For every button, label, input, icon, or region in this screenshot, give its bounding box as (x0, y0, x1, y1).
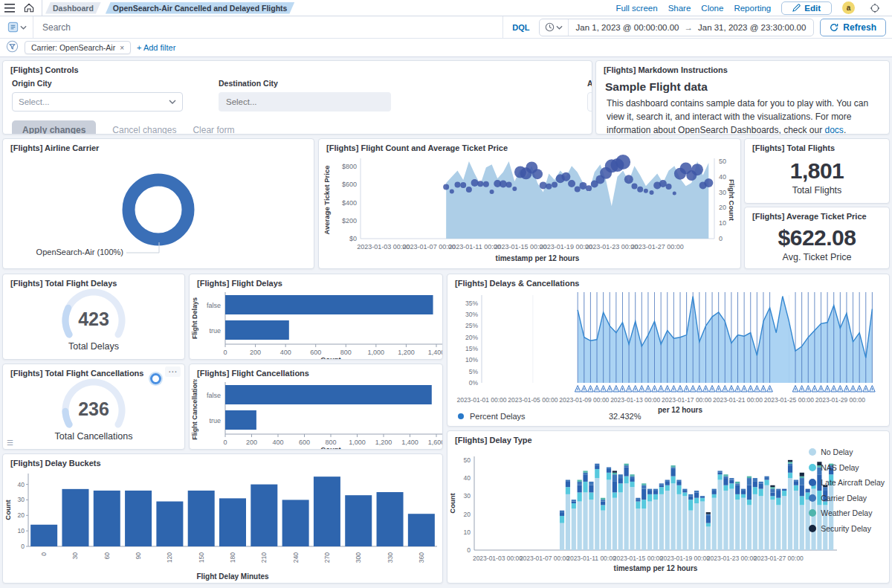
full-screen-link[interactable]: Full screen (615, 4, 657, 13)
legend-item[interactable]: Late Aircraft Delay (809, 478, 885, 487)
legend-label: Security Delay (821, 524, 871, 533)
panel-title: [Flights] Airline Carrier (3, 139, 314, 154)
panel-title: [Flights] Total Flights (745, 139, 889, 154)
clone-link[interactable]: Clone (701, 4, 723, 13)
svg-text:2023-01-03 00:00: 2023-01-03 00:00 (357, 243, 410, 251)
docs-link[interactable]: docs (825, 125, 844, 135)
delays-cancellations-chart[interactable]: 0%5%10%15%20%25%30%35%2023-01-01 00:0020… (447, 289, 889, 414)
svg-text:2023-01-11 00:00: 2023-01-11 00:00 (448, 243, 500, 251)
percent-delays-legend[interactable]: Percent Delays 32.432% (458, 412, 526, 421)
svg-text:40: 40 (18, 481, 25, 488)
filter-icon[interactable] (6, 40, 19, 56)
chevron-down-icon (556, 25, 563, 30)
delay-buckets-bar-chart[interactable]: 0102030400306090120150180210240270300330… (3, 469, 442, 584)
flight-delays-bar-chart[interactable]: falsetrue02004006008001,0001,2001,400Cou… (190, 289, 442, 360)
flight-cancellations-bar-chart[interactable]: falsetrue02004006008001,0001,2001,4001,6… (190, 379, 442, 450)
destination-city-select[interactable] (219, 92, 391, 112)
airline-carrier-donut-chart[interactable]: OpenSearch-Air (100%) (3, 154, 314, 267)
svg-text:2023-01-17 00:00: 2023-01-17 00:00 (662, 396, 711, 404)
destination-city-label: Destination City (219, 79, 391, 88)
reporting-link[interactable]: Reporting (734, 4, 771, 13)
price-min-input[interactable] (587, 92, 592, 112)
panel-title: [Flights] Flight Cancellations (190, 364, 442, 379)
filter-chip-carrier[interactable]: Carrier: OpenSearch-Air × (25, 41, 131, 54)
svg-text:2023-01-09 00:00: 2023-01-09 00:00 (559, 396, 609, 404)
legend-toggle-icon[interactable]: ☰ (7, 439, 13, 447)
apply-changes-button[interactable]: Apply changes (12, 120, 96, 135)
svg-text:0%: 0% (469, 379, 479, 387)
svg-text:210: 210 (260, 552, 268, 563)
legend-item[interactable]: Carrier Delay (809, 494, 885, 503)
svg-text:0: 0 (223, 439, 227, 446)
panel-title: [Flights] Average Ticket Price (745, 207, 889, 222)
avatar[interactable]: a (842, 1, 855, 14)
total-cancellations-label: Total Cancellations (3, 431, 184, 442)
legend-dot (809, 525, 816, 532)
controls-target-icon[interactable] (865, 0, 885, 16)
panel-total-flight-delays: [Flights] Total Flight Delays 423 Total … (2, 274, 185, 360)
svg-text:$600: $600 (342, 181, 357, 188)
date-from[interactable]: Jan 1, 2023 @ 00:00:00.00 (576, 23, 679, 32)
panel-delays-cancellations: [Flights] Delays & Cancellations 0%5%10%… (447, 274, 890, 427)
home-icon[interactable] (19, 0, 39, 16)
svg-text:2023-01-15 00:00: 2023-01-15 00:00 (613, 555, 663, 562)
add-filter-link[interactable]: + Add filter (137, 43, 175, 52)
total-flights-label: Total Flights (745, 185, 889, 196)
refresh-button[interactable]: Refresh (820, 19, 886, 36)
dql-toggle[interactable]: DQL (502, 16, 538, 38)
svg-text:5%: 5% (469, 368, 479, 375)
svg-text:30: 30 (71, 552, 79, 560)
markdown-body: This dashboard contains sample data for … (596, 97, 889, 135)
markdown-heading: Sample Flight data (596, 76, 889, 97)
legend-item[interactable]: Weather Delay (809, 508, 885, 517)
date-to[interactable]: Jan 31, 2023 @ 23:30:00.00 (698, 23, 806, 32)
svg-text:150: 150 (198, 552, 205, 563)
svg-text:2023-01-01 00:00: 2023-01-01 00:00 (456, 396, 506, 404)
svg-text:2023-01-05 00:00: 2023-01-05 00:00 (508, 396, 558, 404)
panel-title: [Flights] Delay Type (447, 431, 889, 446)
flight-count-price-chart[interactable]: $0$200$400$600$800010203040502023-01-03 … (319, 154, 740, 267)
search-input[interactable] (33, 22, 502, 33)
breadcrumb-dashboard[interactable]: Dashboard (45, 2, 101, 14)
svg-text:2023-01-19 00:00: 2023-01-19 00:00 (540, 243, 592, 251)
legend-label: Late Aircraft Delay (821, 478, 885, 487)
avg-ticket-price-label: Avg. Ticket Price (745, 252, 889, 262)
destination-city-control: Destination City (219, 79, 391, 112)
svg-text:30: 30 (464, 492, 471, 500)
legend-label: Carrier Delay (821, 494, 867, 503)
share-link[interactable]: Share (668, 4, 691, 13)
filter-chip-label: Carrier: OpenSearch-Air (31, 43, 115, 52)
svg-text:40: 40 (719, 173, 726, 181)
edit-button[interactable]: Edit (781, 1, 832, 15)
svg-text:200: 200 (246, 439, 257, 446)
svg-text:Flight Count: Flight Count (728, 179, 736, 222)
svg-text:90: 90 (135, 552, 142, 560)
menu-icon[interactable] (0, 0, 19, 16)
clear-form-button[interactable]: Clear form (193, 125, 234, 135)
svg-text:240: 240 (292, 552, 300, 563)
svg-text:20: 20 (719, 204, 726, 211)
panel-title: [Flights] Controls (3, 61, 592, 76)
svg-text:2023-01-27 00:00: 2023-01-27 00:00 (754, 555, 804, 562)
close-icon[interactable]: × (120, 44, 124, 52)
svg-text:330: 330 (387, 552, 394, 563)
legend-label: No Delay (821, 448, 853, 456)
refresh-icon (830, 23, 838, 32)
svg-text:Flight Delay Minutes: Flight Delay Minutes (196, 572, 269, 581)
legend-item[interactable]: Security Delay (809, 524, 885, 533)
legend-item[interactable]: No Delay (809, 448, 885, 456)
svg-text:OpenSearch-Air (100%): OpenSearch-Air (100%) (36, 248, 123, 256)
svg-text:2023-01-23 00:00: 2023-01-23 00:00 (707, 555, 757, 562)
delay-type-legend: No DelayNAS DelayLate Aircraft DelayCarr… (809, 448, 885, 533)
legend-value: 32.432% (609, 412, 641, 421)
total-delays-label: Total Delays (3, 341, 184, 352)
clock-icon[interactable] (540, 19, 569, 36)
panel-title: [Flights] Delays & Cancellations (447, 274, 889, 289)
date-range[interactable]: Jan 1, 2023 @ 00:00:00.00 → Jan 31, 2023… (569, 23, 814, 32)
svg-text:2023-01-07 00:00: 2023-01-07 00:00 (403, 243, 456, 251)
saved-query-icon[interactable] (0, 16, 33, 38)
legend-item[interactable]: NAS Delay (809, 463, 885, 472)
origin-city-select[interactable]: Select... (12, 92, 183, 112)
cancel-changes-button[interactable]: Cancel changes (112, 125, 176, 135)
svg-text:0: 0 (719, 235, 723, 242)
